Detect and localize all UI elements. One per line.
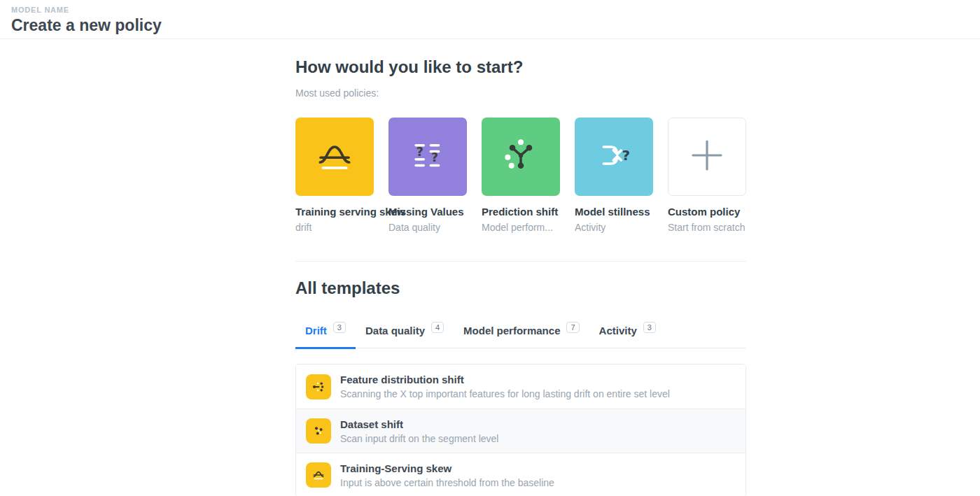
plus-icon [685,133,729,180]
network-nodes-icon [498,133,543,180]
arrows-question-icon: ? [592,133,636,180]
tab-count-badge: 3 [643,322,656,333]
template-row-feature-distribution-shift[interactable]: Feature distribution shift Scanning the … [296,364,746,409]
card-tile: ? [575,118,653,196]
tab-model-performance[interactable]: Model performance 7 [454,325,589,348]
card-category: Activity [575,222,653,233]
row-text: Dataset shift Scan input drift on the se… [340,418,498,444]
tab-activity[interactable]: Activity 3 [589,325,666,348]
top-header: MODEL NAME Create a new policy [0,0,980,39]
row-text: Training-Serving skew Input is above cer… [340,462,554,488]
main-content: How would you like to start? Most used p… [295,57,746,496]
card-tile [482,118,560,196]
tab-label: Drift [305,325,327,336]
template-row-dataset-shift[interactable]: Dataset shift Scan input drift on the se… [296,409,746,453]
template-list: Feature distribution shift Scanning the … [295,364,746,496]
tab-data-quality[interactable]: Data quality 4 [356,325,454,348]
svg-text:?: ? [622,147,631,164]
tab-label: Data quality [365,325,425,336]
start-heading: How would you like to start? [295,57,746,77]
section-divider [295,261,746,262]
model-name-label: MODEL NAME [11,6,980,14]
card-tile [668,118,746,196]
page-title: Create a new policy [11,16,980,35]
svg-text:?: ? [431,150,438,164]
template-description: Input is above certain threshold from th… [340,477,554,488]
tab-drift[interactable]: Drift 3 [295,325,356,349]
policy-card-row: Training serving skew drift [295,118,746,233]
card-category: Start from scratch [668,222,746,233]
svg-text:?: ? [416,145,424,159]
template-description: Scanning the X top important features fo… [340,388,670,399]
bell-curve-icon [312,133,357,180]
bell-curve-icon [306,462,331,488]
card-title: Training serving skew [295,206,374,218]
card-category: drift [295,222,374,233]
policy-card-custom[interactable]: Custom policy Start from scratch [668,118,746,233]
tab-label: Activity [599,325,637,336]
card-tile: ? ? [388,118,467,196]
card-category: Model perform... [482,222,560,233]
missing-values-icon: ? ? [405,133,450,180]
policy-card-training-serving-skew[interactable]: Training serving skew drift [295,118,374,233]
policy-card-missing-values[interactable]: ? ? Missing Values Data quality [388,118,467,233]
card-category: Data quality [388,222,467,233]
tab-label: Model performance [463,325,560,336]
card-title: Custom policy [668,206,746,218]
template-description: Scan input drift on the segment level [340,433,498,444]
tab-count-badge: 3 [333,322,346,333]
policy-card-prediction-shift[interactable]: Prediction shift Model perform... [482,118,560,233]
branch-dots-icon [306,374,331,399]
cluster-dots-icon [306,418,331,444]
template-title: Feature distribution shift [340,374,670,385]
template-title: Dataset shift [340,418,498,430]
row-text: Feature distribution shift Scanning the … [340,374,670,399]
card-title: Model stillness [575,206,653,218]
tab-count-badge: 4 [431,322,444,333]
card-tile [295,118,374,196]
tab-count-badge: 7 [566,322,579,333]
most-used-label: Most used policies: [295,87,746,99]
card-title: Prediction shift [482,206,560,218]
card-title: Missing Values [388,206,467,218]
template-title: Training-Serving skew [340,462,554,474]
template-row-training-serving-skew[interactable]: Training-Serving skew Input is above cer… [296,453,746,496]
all-templates-heading: All templates [295,278,746,298]
template-tabs: Drift 3 Data quality 4 Model performance… [295,325,746,348]
policy-card-model-stillness[interactable]: ? Model stillness Activity [575,118,653,233]
